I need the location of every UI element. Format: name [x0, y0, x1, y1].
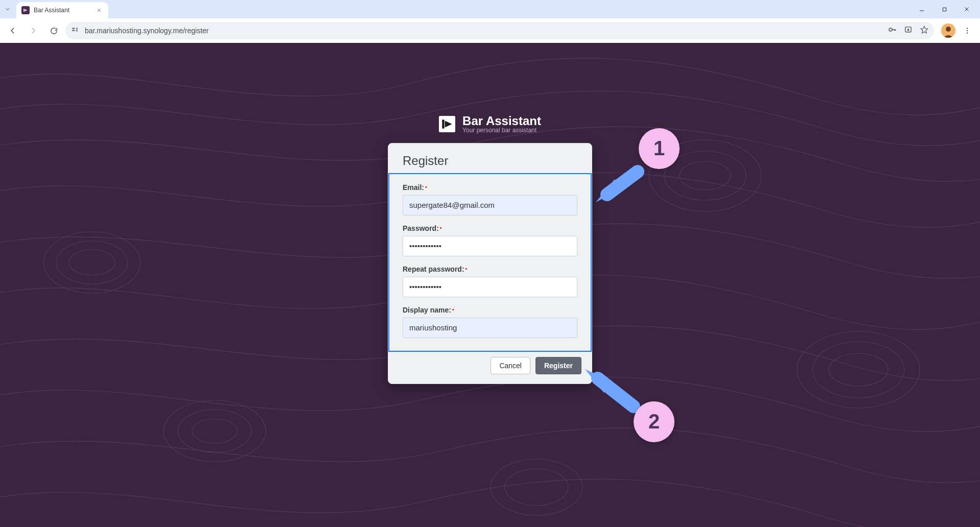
password-field[interactable] [403, 236, 577, 256]
svg-point-11 [967, 30, 968, 31]
tab-favicon [21, 6, 30, 14]
brand-header: Bar Assistant Your personal bar assistan… [439, 114, 541, 134]
display-name-label: Display name:• [403, 306, 454, 314]
svg-point-9 [946, 27, 951, 32]
install-app-icon[interactable] [904, 26, 913, 36]
register-card: Register Email:• Password:• [388, 143, 592, 384]
svg-marker-29 [596, 179, 620, 202]
brand-subtitle: Your personal bar assistant [462, 127, 541, 134]
browser-tab[interactable]: Bar Assistant [16, 2, 108, 18]
window-maximize-icon[interactable] [933, 2, 955, 17]
svg-point-6 [889, 28, 892, 31]
svg-rect-0 [24, 9, 25, 12]
svg-rect-1 [943, 8, 946, 11]
repeat-password-field[interactable] [403, 277, 577, 297]
site-settings-icon[interactable] [71, 26, 80, 35]
browser-toolbar: bar.mariushosting.synology.me/register [0, 18, 980, 43]
window-minimize-icon[interactable] [911, 2, 933, 17]
password-key-icon[interactable] [888, 25, 897, 36]
register-button[interactable]: Register [535, 357, 581, 374]
repeat-password-label: Repeat password:• [403, 265, 467, 273]
profile-avatar[interactable] [941, 23, 955, 38]
brand-title: Bar Assistant [462, 114, 541, 127]
window-close-icon[interactable] [955, 2, 978, 17]
browser-titlebar: Bar Assistant [0, 0, 980, 18]
email-label: Email:• [403, 183, 427, 191]
brand-logo-icon [439, 116, 455, 132]
svg-point-12 [967, 32, 968, 33]
browser-menu-icon[interactable] [959, 22, 976, 39]
cancel-button[interactable]: Cancel [491, 357, 530, 374]
svg-rect-28 [442, 119, 444, 128]
nav-back-icon[interactable] [4, 22, 21, 39]
form-heading: Register [403, 154, 577, 168]
svg-rect-2 [72, 28, 75, 29]
display-name-field[interactable] [403, 318, 577, 338]
annotation-badge-1: 1 [639, 128, 680, 169]
email-field[interactable] [403, 195, 577, 215]
nav-forward-icon[interactable] [25, 22, 42, 39]
page-content: Bar Assistant Your personal bar assistan… [0, 43, 980, 527]
svg-point-5 [76, 30, 78, 32]
annotation-arrow-1 [592, 154, 684, 217]
annotation-badge-2: 2 [634, 401, 674, 442]
tab-title: Bar Assistant [34, 7, 91, 14]
svg-rect-3 [72, 30, 75, 31]
nav-reload-icon[interactable] [45, 22, 62, 39]
tab-close-icon[interactable] [95, 6, 103, 14]
bookmark-star-icon[interactable] [920, 25, 929, 36]
window-controls [911, 0, 978, 18]
address-url: bar.mariushosting.synology.me/register [85, 27, 882, 35]
password-label: Password:• [403, 224, 442, 232]
svg-point-10 [967, 28, 968, 29]
annotation-arrow-2 [582, 363, 685, 437]
svg-point-4 [76, 28, 78, 30]
address-bar[interactable]: bar.mariushosting.synology.me/register [65, 22, 934, 39]
tab-search-dropdown[interactable] [0, 0, 15, 18]
